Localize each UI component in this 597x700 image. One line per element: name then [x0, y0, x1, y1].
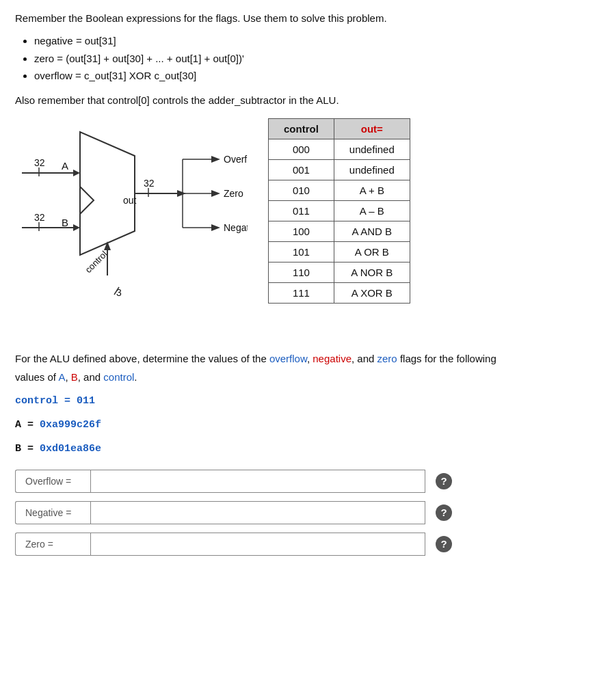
svg-text:Negative: Negative	[224, 222, 248, 233]
svg-text:32: 32	[34, 157, 45, 168]
svg-text:B: B	[62, 217, 68, 228]
svg-marker-26	[211, 190, 220, 197]
zero-word: zero	[377, 353, 397, 364]
table-cell-out: A AND B	[334, 221, 410, 241]
problem-section: For the ALU defined above, determine the…	[15, 349, 582, 458]
diagram-table-section: 32 A 32 B control 3	[15, 118, 582, 337]
table-cell-control: 000	[269, 139, 334, 159]
bullet-overflow: overflow = c_out[31] XOR c_out[30]	[34, 67, 582, 85]
svg-text:Overflow: Overflow	[224, 154, 248, 165]
table-cell-out: A XOR B	[334, 282, 410, 303]
table-cell-out: undefined	[334, 139, 410, 159]
table-cell-control: 100	[269, 221, 334, 241]
input-section: Overflow = ? Negative = ? Zero = ?	[15, 469, 582, 556]
table-cell-out: undefined	[334, 159, 410, 180]
table-cell-control: 011	[269, 200, 334, 221]
svg-marker-30	[211, 224, 220, 231]
table-row: 011A – B	[269, 200, 410, 221]
table-row: 010A + B	[269, 180, 410, 200]
overflow-row: Overflow = ?	[15, 469, 582, 494]
negative-word: negative	[313, 353, 351, 364]
table-cell-control: 001	[269, 159, 334, 180]
negative-help-icon: ?	[436, 504, 452, 521]
control-value: control = 011	[15, 390, 582, 410]
svg-text:32: 32	[34, 212, 45, 223]
overflow-word: overflow	[269, 353, 307, 364]
overflow-help-button[interactable]: ?	[434, 469, 454, 494]
bullet-zero: zero = (out[31] + out[30] + ... + out[1]…	[34, 50, 582, 68]
b-value: B = 0xd01ea86e	[15, 438, 582, 458]
table-cell-control: 010	[269, 180, 334, 200]
problem-intro-text: For the ALU defined above, determine the…	[15, 349, 582, 386]
table-cell-out: A OR B	[334, 241, 410, 262]
zero-row: Zero = ?	[15, 532, 582, 556]
svg-text:A: A	[62, 160, 68, 172]
negative-row: Negative = ?	[15, 500, 582, 525]
table-row: 001undefined	[269, 159, 410, 180]
svg-marker-7	[73, 224, 80, 231]
negative-label: Negative =	[15, 501, 90, 524]
a-value: A = 0xa999c26f	[15, 414, 582, 434]
table-row: 111A XOR B	[269, 282, 410, 303]
svg-marker-23	[211, 156, 220, 163]
table-row: 100A AND B	[269, 221, 410, 241]
overflow-label: Overflow =	[15, 470, 90, 493]
svg-text:control: control	[83, 248, 109, 274]
alu-diagram: 32 A 32 B control 3	[15, 118, 248, 337]
bullet-negative: negative = out[31]	[34, 32, 582, 50]
svg-text:Zero: Zero	[224, 188, 243, 199]
negative-help-button[interactable]: ?	[434, 500, 454, 525]
table-cell-control: 110	[269, 262, 334, 282]
bullet-list: negative = out[31] zero = (out[31] + out…	[34, 32, 582, 85]
table-row: 000undefined	[269, 139, 410, 159]
svg-text:32: 32	[144, 178, 155, 189]
table-header-out: out=	[334, 118, 410, 139]
table-cell-control: 101	[269, 241, 334, 262]
table-row: 101A OR B	[269, 241, 410, 262]
svg-text:3: 3	[116, 287, 122, 298]
negative-input[interactable]	[90, 501, 425, 524]
overflow-help-icon: ?	[436, 473, 452, 489]
svg-marker-1	[73, 170, 80, 176]
intro-text: Remember the Boolean expressions for the…	[15, 12, 582, 24]
control-word: control	[103, 371, 134, 383]
table-cell-control: 111	[269, 282, 334, 303]
svg-text:out: out	[123, 195, 137, 206]
zero-help-icon: ?	[436, 536, 452, 552]
zero-help-button[interactable]: ?	[434, 532, 454, 556]
table-cell-out: A – B	[334, 200, 410, 221]
b-word: B	[71, 371, 78, 383]
a-word: A	[58, 371, 65, 383]
also-text: Also remember that control[0] controls t…	[15, 94, 582, 106]
table-row: 110A NOR B	[269, 262, 410, 282]
overflow-input[interactable]	[90, 470, 425, 493]
table-cell-out: A + B	[334, 180, 410, 200]
table-cell-out: A NOR B	[334, 262, 410, 282]
zero-label: Zero =	[15, 533, 90, 556]
alu-operation-table: control out= 000undefined001undefined010…	[268, 118, 410, 304]
zero-input[interactable]	[90, 533, 425, 556]
svg-marker-5	[80, 132, 135, 255]
table-header-control: control	[269, 118, 334, 139]
